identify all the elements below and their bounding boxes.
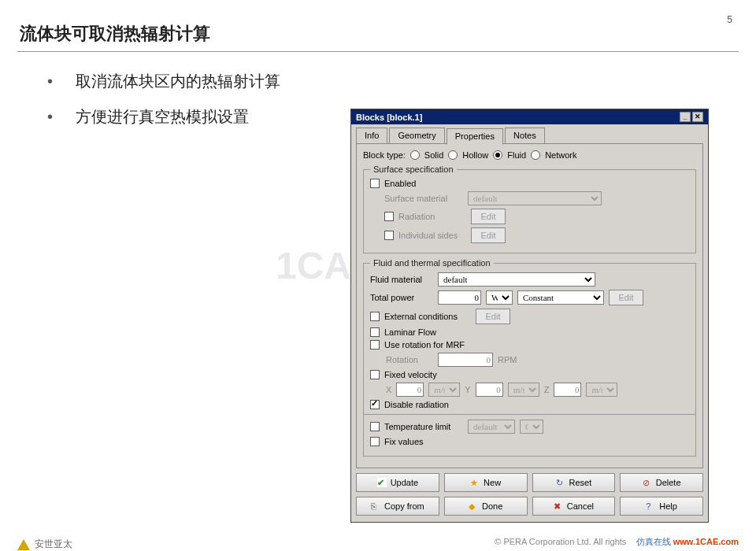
- radiation-checkbox: [384, 212, 394, 221]
- disable-radiation-checkbox[interactable]: [370, 400, 380, 409]
- block-type-label: Block type:: [363, 150, 406, 160]
- titlebar-text: Blocks [block.1]: [356, 113, 422, 122]
- fv-z-input: [554, 383, 581, 397]
- fv-y-label: Y: [465, 385, 470, 394]
- radio-network[interactable]: [531, 150, 540, 160]
- fixed-velocity-label: Fixed velocity: [384, 370, 437, 379]
- external-edit-button: Edit: [476, 309, 510, 324]
- radio-network-label: Network: [545, 150, 576, 160]
- radiation-edit-button: Edit: [471, 209, 506, 224]
- surface-spec-legend: Surface specification: [370, 165, 457, 174]
- bullet-text: 方便进行真空热模拟设置: [76, 108, 249, 125]
- minimize-icon[interactable]: _: [680, 112, 691, 122]
- temp-limit-checkbox[interactable]: [370, 422, 380, 431]
- bullet-item: •方便进行真空热模拟设置: [47, 106, 280, 128]
- copyright-text: © PERA Corporation Ltd. All rights: [495, 537, 626, 546]
- help-button[interactable]: ?Help: [620, 497, 703, 516]
- rotation-input: [438, 353, 493, 367]
- page-number: 5: [727, 14, 732, 25]
- fluid-spec-legend: Fluid and thermal specification: [370, 258, 494, 268]
- tab-info[interactable]: Info: [356, 128, 387, 143]
- mrf-checkbox[interactable]: [370, 340, 380, 349]
- cancel-icon: ✖: [554, 501, 563, 511]
- copy-button[interactable]: ⎘Copy from: [356, 497, 439, 516]
- temp-limit-select: default: [468, 420, 515, 434]
- footer-brand: 仿真在线: [636, 537, 671, 546]
- temp-limit-label: Temperature limit: [384, 422, 463, 431]
- slide-title: 流体块可取消热辐射计算: [20, 22, 210, 46]
- radio-fluid-label: Fluid: [507, 150, 526, 160]
- surface-spec-group: Surface specification Enabled Surface ma…: [363, 165, 696, 253]
- fixed-velocity-checkbox[interactable]: [370, 370, 380, 379]
- footer-left-text: 安世亚太: [35, 538, 72, 551]
- tab-properties[interactable]: Properties: [447, 128, 503, 145]
- delete-button[interactable]: ⊘Delete: [620, 473, 703, 492]
- reset-icon: ↻: [556, 478, 565, 487]
- tab-geometry[interactable]: Geometry: [389, 128, 444, 143]
- cancel-button[interactable]: ✖Cancel: [532, 497, 616, 516]
- laminar-checkbox[interactable]: [370, 327, 380, 337]
- fv-x-label: X: [386, 385, 391, 394]
- properties-panel: Block type: Solid Hollow Fluid Network S…: [356, 144, 703, 468]
- bullet-text: 取消流体块区内的热辐射计算: [76, 72, 280, 90]
- mrf-label: Use rotation for MRF: [384, 340, 465, 349]
- individual-label: Individual sides: [398, 231, 466, 240]
- footer-url: www.1CAE.com: [673, 537, 739, 546]
- fix-values-label: Fix values: [384, 437, 424, 446]
- radio-hollow[interactable]: [448, 150, 458, 160]
- surface-material-select: default: [468, 191, 602, 205]
- fv-y-input: [476, 383, 503, 397]
- check-icon: ✔: [377, 478, 387, 487]
- footer-left: 安世亚太: [17, 538, 72, 551]
- total-power-input[interactable]: [438, 290, 481, 305]
- dialog-window: Blocks [block.1] _ ✕ Info Geometry Prope…: [350, 109, 709, 523]
- radio-hollow-label: Hollow: [462, 150, 488, 160]
- fluid-material-select[interactable]: default: [438, 272, 595, 287]
- title-rule: [17, 51, 739, 52]
- new-button[interactable]: ★New: [444, 473, 528, 492]
- block-type-row: Block type: Solid Hollow Fluid Network: [363, 150, 696, 160]
- tab-bar: Info Geometry Properties Notes: [356, 128, 703, 144]
- fv-x-input: [396, 383, 424, 397]
- reset-button[interactable]: ↻Reset: [532, 473, 616, 492]
- radiation-label: Radiation: [398, 212, 466, 221]
- star-icon: ★: [470, 478, 480, 487]
- close-icon[interactable]: ✕: [692, 112, 703, 122]
- individual-edit-button: Edit: [471, 227, 506, 243]
- rotation-unit: RPM: [498, 355, 517, 364]
- done-icon: ◆: [469, 501, 478, 511]
- total-power-label: Total power: [370, 293, 433, 302]
- radio-solid-label: Solid: [424, 150, 443, 160]
- bullet-list: •取消流体块区内的热辐射计算 •方便进行真空热模拟设置: [47, 71, 280, 142]
- disable-radiation-label: Disable radiation: [384, 400, 449, 409]
- enabled-checkbox[interactable]: [370, 179, 380, 188]
- radio-fluid[interactable]: [493, 150, 502, 160]
- fv-z-label: Z: [544, 385, 550, 394]
- titlebar[interactable]: Blocks [block.1] _ ✕: [351, 109, 708, 124]
- tab-notes[interactable]: Notes: [505, 128, 545, 143]
- logo-icon: [17, 539, 30, 550]
- fix-values-checkbox[interactable]: [370, 437, 380, 446]
- external-conditions-label: External conditions: [384, 312, 471, 321]
- individual-checkbox: [384, 231, 394, 240]
- update-button[interactable]: ✔Update: [356, 473, 439, 492]
- power-edit-button: Edit: [609, 290, 643, 305]
- total-power-unit[interactable]: W: [486, 290, 513, 305]
- fluid-spec-group: Fluid and thermal specification Fluid ma…: [363, 258, 696, 457]
- enabled-label: Enabled: [384, 179, 416, 188]
- fluid-material-label: Fluid material: [370, 275, 433, 284]
- footer-right: © PERA Corporation Ltd. All rights 仿真在线 …: [495, 536, 739, 548]
- surface-material-label: Surface material: [384, 194, 463, 203]
- laminar-label: Laminar Flow: [384, 327, 436, 337]
- external-conditions-checkbox[interactable]: [370, 312, 380, 321]
- fv-z-unit: m/s: [586, 383, 617, 397]
- rotation-label: Rotation: [386, 355, 433, 364]
- radio-solid[interactable]: [410, 150, 420, 160]
- copy-icon: ⎘: [371, 501, 380, 511]
- fv-x-unit: m/s: [428, 383, 460, 397]
- fv-y-unit: m/s: [508, 383, 539, 397]
- done-button[interactable]: ◆Done: [444, 497, 528, 516]
- bullet-item: •取消流体块区内的热辐射计算: [47, 71, 280, 92]
- help-icon: ?: [646, 501, 655, 511]
- power-mode-select[interactable]: Constant: [517, 290, 604, 305]
